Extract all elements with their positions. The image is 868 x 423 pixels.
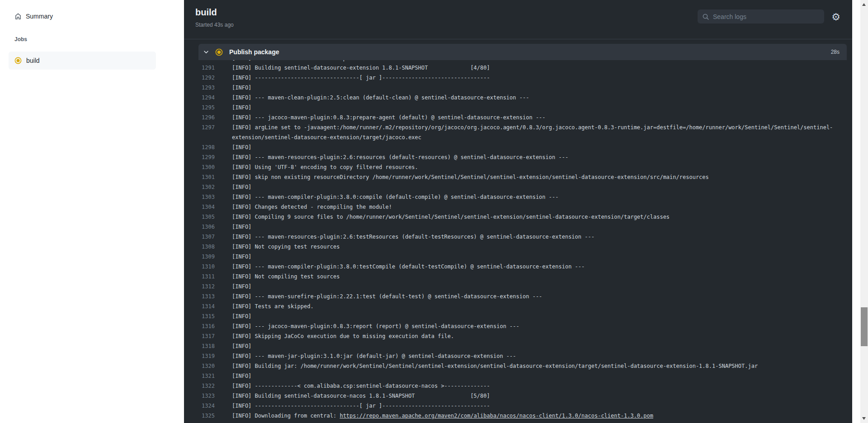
- job-label: build: [26, 57, 40, 64]
- line-number[interactable]: 1322: [184, 381, 215, 391]
- line-number[interactable]: 1312: [184, 282, 215, 291]
- log-text: [INFO] Tests are skipped.: [215, 301, 314, 311]
- log-row: 1304 [INFO] Changes detected - recompili…: [184, 202, 852, 212]
- line-number[interactable]: 1293: [184, 83, 215, 93]
- line-number[interactable]: 1309: [184, 252, 215, 262]
- line-number[interactable]: 1303: [184, 192, 215, 202]
- settings-gear-button[interactable]: ⚙: [828, 9, 844, 25]
- line-number[interactable]: 1302: [184, 182, 215, 192]
- home-icon: [14, 13, 22, 20]
- log-row: 1307 [INFO] --- maven-resources-plugin:2…: [184, 232, 852, 242]
- job-title: build: [195, 7, 217, 18]
- log-row: 1311 [INFO] Not compiling test sources: [184, 272, 852, 282]
- line-number[interactable]: 1305: [184, 212, 215, 222]
- log-row: 1298 [INFO]: [184, 142, 852, 152]
- log-text: [INFO]: [215, 222, 251, 232]
- log-text: [INFO] Not compiling test sources: [215, 272, 340, 282]
- line-number[interactable]: 1319: [184, 351, 215, 361]
- line-number[interactable]: 1306: [184, 222, 215, 232]
- log-row: 1321 [INFO]: [184, 371, 852, 381]
- log-row: 1316 [INFO] --- jacoco-maven-plugin:0.8.…: [184, 321, 852, 331]
- step-header-publish-package[interactable]: Publish package 28s: [198, 44, 847, 60]
- line-number[interactable]: 1298: [184, 142, 215, 152]
- log-text: extension/sentinel-datasource-extension/…: [215, 132, 421, 142]
- log-text: [INFO] --------------------------------[…: [215, 73, 490, 83]
- log-row: 1312 [INFO]: [184, 282, 852, 291]
- log-text: [INFO] Compiling 9 source files to /home…: [215, 212, 670, 222]
- log-row: 1303 [INFO] --- maven-compiler-plugin:3.…: [184, 192, 852, 202]
- summary-label: Summary: [26, 13, 53, 20]
- job-header: build Started 43s ago ⚙: [184, 0, 852, 39]
- scrollbar-thumb[interactable]: [861, 307, 868, 346]
- log-row: 1322 [INFO] -------------< com.alibaba.c…: [184, 381, 852, 391]
- line-number[interactable]: [184, 132, 215, 142]
- log-text: [INFO] --- jacoco-maven-plugin:0.8.3:rep…: [215, 321, 519, 331]
- log-text: [INFO] --- jacoco-maven-plugin:0.8.3:pre…: [215, 113, 546, 122]
- line-number[interactable]: 1310: [184, 262, 215, 272]
- line-number[interactable]: 1314: [184, 301, 215, 311]
- sidebar-item-build-job[interactable]: build: [9, 52, 156, 70]
- job-in-progress-icon: [14, 57, 22, 64]
- log-row: 1306 [INFO]: [184, 222, 852, 232]
- log-row: 1317 [INFO] Skipping JaCoCo execution du…: [184, 331, 852, 341]
- log-area: 1291 [INFO] Building sentinel-datasource…: [184, 63, 852, 421]
- line-number[interactable]: 1320: [184, 361, 215, 371]
- line-number[interactable]: 1323: [184, 391, 215, 401]
- line-number[interactable]: 1318: [184, 341, 215, 351]
- log-text: [INFO]: [215, 142, 251, 152]
- scrollbar-up-arrow[interactable]: [862, 3, 866, 6]
- line-number[interactable]: 1311: [184, 272, 215, 282]
- log-text: [INFO] Downloading from central:: [215, 411, 340, 421]
- line-number[interactable]: 1295: [184, 103, 215, 113]
- line-number[interactable]: 1292: [184, 73, 215, 83]
- jobs-heading: Jobs: [14, 36, 27, 42]
- line-number[interactable]: 1313: [184, 291, 215, 301]
- search-box: [698, 9, 824, 24]
- log-row: 1324 [INFO] ----------------------------…: [184, 401, 852, 411]
- scrollbar-down-arrow[interactable]: [862, 417, 866, 420]
- sidebar-item-summary[interactable]: Summary: [9, 9, 156, 24]
- line-number[interactable]: 1290: [184, 60, 215, 63]
- line-number[interactable]: 1299: [184, 152, 215, 162]
- step-title: Publish package: [229, 48, 279, 56]
- log-row: 1315 [INFO]: [184, 311, 852, 321]
- log-panel: build Started 43s ago ⚙: [184, 0, 852, 423]
- log-text: [INFO] --- maven-resources-plugin:2.6:te…: [215, 232, 594, 242]
- line-number[interactable]: 1325: [184, 411, 215, 421]
- line-number[interactable]: 1308: [184, 242, 215, 252]
- log-text: [INFO]: [215, 252, 251, 262]
- line-number[interactable]: 1304: [184, 202, 215, 212]
- chevron-down-icon: [203, 49, 209, 55]
- log-text: [INFO] --- maven-compiler-plugin:3.8.0:c…: [215, 192, 558, 202]
- log-row: 1308 [INFO] Not copying test resources: [184, 242, 852, 252]
- line-number[interactable]: 1301: [184, 172, 215, 182]
- clipped-log-row: 1290 [INFO] -----------< com.alibaba.csp…: [184, 60, 852, 63]
- line-number[interactable]: 1296: [184, 113, 215, 122]
- job-subtitle: Started 43s ago: [195, 22, 234, 28]
- log-text: [INFO] --- maven-resources-plugin:2.6:re…: [215, 152, 568, 162]
- scrollbar: [860, 0, 868, 423]
- log-row: 1296 [INFO] --- jacoco-maven-plugin:0.8.…: [184, 113, 852, 122]
- log-row: 1301 [INFO] skip non existing resourceDi…: [184, 172, 852, 182]
- log-text: [INFO] --------------------------------[…: [215, 401, 490, 411]
- log-text: [INFO] argLine set to -javaagent:/home/r…: [215, 122, 833, 132]
- line-number[interactable]: 1315: [184, 311, 215, 321]
- log-row: 1292 [INFO] ----------------------------…: [184, 73, 852, 83]
- line-number[interactable]: 1307: [184, 232, 215, 242]
- log-row: 1320 [INFO] Building jar: /home/runner/w…: [184, 361, 852, 371]
- line-number[interactable]: 1317: [184, 331, 215, 341]
- line-number[interactable]: 1297: [184, 122, 215, 132]
- log-text: [INFO] --- maven-clean-plugin:2.5:clean …: [215, 93, 529, 103]
- line-number[interactable]: 1294: [184, 93, 215, 103]
- line-number[interactable]: 1300: [184, 162, 215, 172]
- log-row: 1318 [INFO]: [184, 341, 852, 351]
- line-number[interactable]: 1324: [184, 401, 215, 411]
- log-text: [INFO]: [215, 341, 251, 351]
- line-number[interactable]: 1291: [184, 63, 215, 73]
- line-number[interactable]: 1321: [184, 371, 215, 381]
- log-text: [INFO] skip non existing resourceDirecto…: [215, 172, 709, 182]
- search-input[interactable]: [713, 13, 817, 20]
- line-number[interactable]: 1316: [184, 321, 215, 331]
- log-link[interactable]: https://repo.maven.apache.org/maven2/com…: [340, 411, 653, 421]
- log-row: extension/sentinel-datasource-extension/…: [184, 132, 852, 142]
